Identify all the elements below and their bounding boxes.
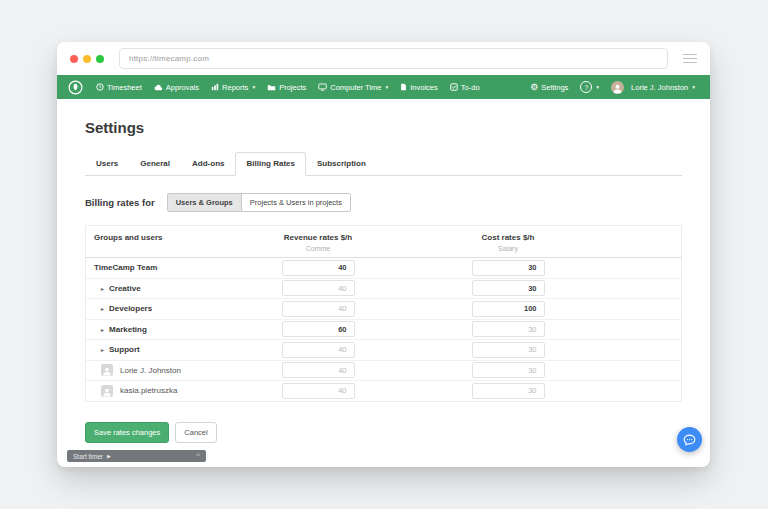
revenue-rate-input[interactable]	[282, 362, 355, 378]
group-name: Marketing	[109, 325, 147, 334]
nav-settings-label: Settings	[541, 83, 568, 92]
toggle-projects-users[interactable]: Projects & Users in projects	[241, 193, 351, 212]
monitor-icon	[318, 83, 327, 91]
chevron-right-icon[interactable]: ▸	[101, 285, 104, 292]
table-row: ▸ Developers	[86, 299, 681, 320]
revenue-rate-input[interactable]	[282, 301, 355, 317]
billing-rates-for-row: Billing rates for Users & Groups Project…	[85, 193, 682, 212]
tab-general[interactable]: General	[129, 152, 181, 176]
nav-user-menu[interactable]: Lorie J. Johnston ▾	[605, 75, 701, 99]
tab-billing-rates[interactable]: Billing Rates	[235, 152, 305, 176]
nav-projects[interactable]: Projects	[261, 75, 312, 99]
nav-label: Reports	[222, 83, 248, 92]
revenue-rate-input[interactable]	[282, 383, 355, 399]
chevron-right-icon[interactable]: ▸	[101, 326, 104, 333]
chat-icon	[683, 434, 696, 446]
chevron-down-icon: ▾	[596, 84, 599, 90]
top-navbar: Timesheet Approvals Reports ▾ Projects C…	[57, 75, 710, 99]
user-name: Lorie J. Johnston	[120, 366, 181, 375]
nav-approvals[interactable]: Approvals	[148, 75, 205, 99]
nav-invoices[interactable]: Invoices	[394, 75, 444, 99]
nav-timesheet[interactable]: Timesheet	[90, 75, 148, 99]
nav-computer-time[interactable]: Computer Time ▾	[312, 75, 394, 99]
tab-subscription[interactable]: Subscription	[306, 152, 377, 176]
minimize-window-icon[interactable]	[83, 55, 91, 63]
form-actions: Save rates changes Cancel	[85, 422, 682, 443]
table-header: Groups and users Revenue rates $/h Cost …	[86, 226, 681, 258]
save-rates-button[interactable]: Save rates changes	[85, 422, 169, 443]
url-text: https://timecamp.com	[129, 54, 209, 63]
settings-page: Settings Users General Add-ons Billing R…	[57, 99, 710, 443]
table-row: TimeCamp Team	[86, 258, 681, 279]
start-timer-label: Start timer	[73, 453, 103, 460]
cancel-button[interactable]: Cancel	[175, 422, 216, 443]
navbar-right: ⚙ Settings ? ▾ Lorie J. Johnston ▾	[524, 75, 701, 99]
table-row: kasia.pietruszka	[86, 381, 681, 401]
team-name: TimeCamp Team	[94, 263, 157, 272]
maximize-window-icon[interactable]	[96, 55, 104, 63]
nav-label: Invoices	[410, 83, 438, 92]
cost-rate-input[interactable]	[472, 362, 545, 378]
user-name: kasia.pietruszka	[120, 386, 177, 395]
nav-settings[interactable]: ⚙ Settings	[524, 75, 574, 99]
play-icon: ▶	[107, 453, 111, 459]
cost-rate-input[interactable]	[472, 260, 545, 276]
help-icon: ?	[580, 81, 592, 93]
billing-scope-toggle: Users & Groups Projects & Users in proje…	[167, 193, 351, 212]
group-name: Developers	[109, 304, 152, 313]
traffic-lights	[70, 55, 104, 63]
chevron-down-icon: ▾	[386, 84, 389, 90]
table-row: ▸ Marketing	[86, 320, 681, 341]
billing-rates-for-label: Billing rates for	[85, 197, 155, 208]
todo-icon	[450, 83, 458, 91]
revenue-rate-input[interactable]	[282, 280, 355, 296]
nav-todo[interactable]: To-do	[444, 75, 486, 99]
revenue-rate-input[interactable]	[282, 321, 355, 337]
folder-icon	[267, 84, 276, 91]
chat-widget-button[interactable]	[677, 427, 702, 452]
toggle-users-groups[interactable]: Users & Groups	[167, 193, 242, 212]
collapse-icon[interactable]: ^	[196, 453, 200, 459]
start-timer-bar[interactable]: Start timer ▶ ^	[67, 450, 206, 462]
revenue-rate-input[interactable]	[282, 260, 355, 276]
table-row: ▸ Creative	[86, 279, 681, 300]
invoice-icon	[400, 83, 407, 91]
chevron-right-icon[interactable]: ▸	[101, 346, 104, 353]
column-revenue-rates: Revenue rates $/h	[223, 233, 413, 242]
nav-label: Timesheet	[107, 83, 142, 92]
cloud-icon	[154, 84, 163, 91]
cost-rate-input[interactable]	[472, 301, 545, 317]
chevron-right-icon[interactable]: ▸	[101, 305, 104, 312]
chevron-down-icon: ▾	[692, 84, 695, 90]
column-groups-and-users: Groups and users	[94, 233, 223, 242]
gear-icon: ⚙	[530, 83, 538, 92]
tab-users[interactable]: Users	[85, 152, 129, 176]
cost-rate-input[interactable]	[472, 280, 545, 296]
nav-label: Approvals	[166, 83, 199, 92]
close-window-icon[interactable]	[70, 55, 78, 63]
table-row: ▸ Support	[86, 340, 681, 361]
url-bar[interactable]: https://timecamp.com	[119, 48, 668, 69]
cost-rate-input[interactable]	[472, 383, 545, 399]
tab-add-ons[interactable]: Add-ons	[181, 152, 235, 176]
cost-rate-input[interactable]	[472, 342, 545, 358]
settings-tabs: Users General Add-ons Billing Rates Subs…	[85, 152, 682, 176]
group-name: Creative	[109, 284, 141, 293]
nav-reports[interactable]: Reports ▾	[205, 75, 261, 99]
user-name: Lorie J. Johnston	[631, 83, 688, 92]
chevron-down-icon: ▾	[252, 84, 255, 90]
cost-rate-input[interactable]	[472, 321, 545, 337]
nav-label: Computer Time	[330, 83, 381, 92]
nav-help[interactable]: ? ▾	[574, 75, 605, 99]
nav-label: To-do	[461, 83, 480, 92]
bar-chart-icon	[211, 83, 219, 91]
avatar	[611, 81, 624, 94]
clock-icon	[96, 83, 104, 91]
avatar	[101, 364, 113, 376]
page-title: Settings	[85, 119, 682, 136]
billing-rates-table: Groups and users Revenue rates $/h Cost …	[85, 225, 682, 402]
revenue-rate-input[interactable]	[282, 342, 355, 358]
browser-menu-icon[interactable]	[683, 54, 697, 64]
timecamp-logo[interactable]	[68, 80, 83, 95]
browser-chrome: https://timecamp.com	[57, 42, 710, 75]
